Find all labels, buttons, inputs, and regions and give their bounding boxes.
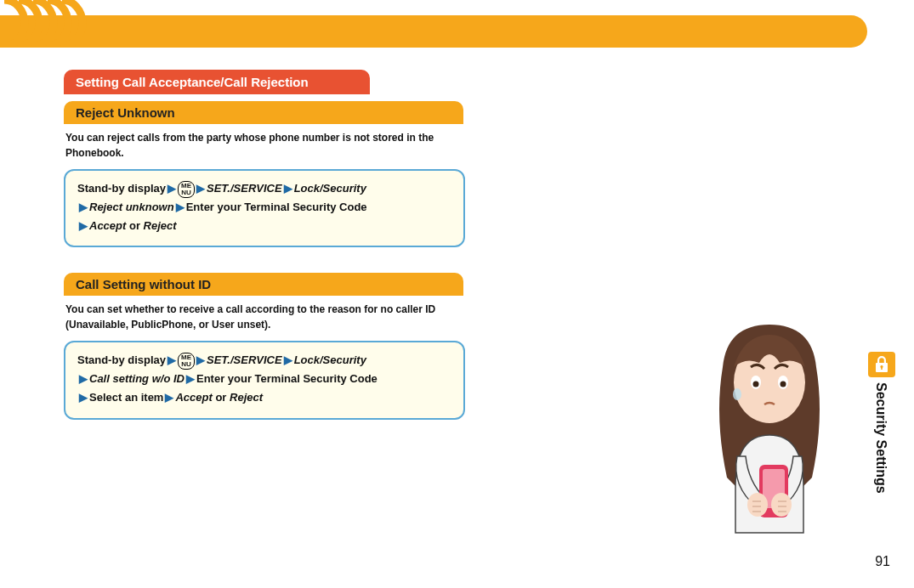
header-bar: [0, 15, 867, 48]
arrow-icon: ▶: [77, 219, 89, 232]
arrow-icon: ▶: [77, 201, 89, 213]
menu-button-icon: MENU: [178, 181, 195, 198]
svg-point-9: [771, 493, 792, 517]
svg-point-8: [747, 493, 768, 517]
svg-point-3: [753, 382, 759, 387]
step-text: SET./SERVICE: [207, 182, 282, 195]
step-text: Stand-by display: [77, 353, 166, 366]
section-tab-label: Security Settings: [873, 382, 888, 494]
arrow-icon: ▶: [77, 391, 89, 404]
step-text: Call setting w/o ID: [89, 372, 185, 385]
svg-point-4: [781, 382, 786, 387]
arrow-icon: ▶: [166, 182, 178, 195]
call-setting-steps: Stand-by display▶MENU▶SET./SERVICE▶Lock/…: [64, 341, 465, 419]
step-text: Lock/Security: [294, 353, 366, 366]
arrow-icon: ▶: [185, 372, 196, 385]
step-text: or: [126, 219, 143, 232]
menu-button-icon: MENU: [178, 353, 195, 370]
step-text: SET./SERVICE: [207, 353, 282, 366]
step-text: Stand-by display: [77, 182, 166, 195]
step-text: Lock/Security: [294, 182, 366, 195]
main-heading: Setting Call Acceptance/Call Rejection: [64, 70, 370, 94]
arrow-icon: ▶: [77, 372, 89, 385]
arrow-icon: ▶: [195, 353, 207, 366]
arrow-icon: ▶: [282, 182, 294, 195]
arrow-icon: ▶: [166, 353, 178, 366]
step-text: Accept: [175, 391, 212, 404]
arrow-icon: ▶: [163, 391, 175, 404]
lock-icon: [868, 352, 895, 377]
header-arcs-decoration: [0, 0, 89, 46]
reject-unknown-steps: Stand-by display▶MENU▶SET./SERVICE▶Lock/…: [64, 169, 465, 247]
step-text: Reject: [230, 391, 263, 404]
step-text: Enter your Terminal Security Code: [186, 201, 367, 213]
step-text: Reject unknown: [89, 201, 174, 213]
reject-unknown-desc: You can reject calls from the party whos…: [65, 130, 465, 161]
arrow-icon: ▶: [195, 182, 207, 195]
call-setting-heading: Call Setting without ID: [64, 273, 463, 296]
step-text: or: [213, 391, 230, 404]
step-text: Accept: [89, 219, 126, 232]
reject-unknown-heading: Reject Unknown: [64, 101, 463, 124]
step-text: Enter your Terminal Security Code: [196, 372, 378, 385]
svg-point-5: [733, 388, 741, 400]
worried-woman-illustration: [684, 316, 854, 537]
main-content: Setting Call Acceptance/Call Rejection R…: [64, 70, 472, 438]
call-setting-desc: You can set whether to receive a call ac…: [65, 302, 465, 332]
step-text: Reject: [144, 219, 177, 232]
arrow-icon: ▶: [282, 353, 294, 366]
page-number: 91: [875, 554, 890, 569]
step-text: Select an item: [89, 391, 163, 404]
arrow-icon: ▶: [174, 201, 186, 213]
